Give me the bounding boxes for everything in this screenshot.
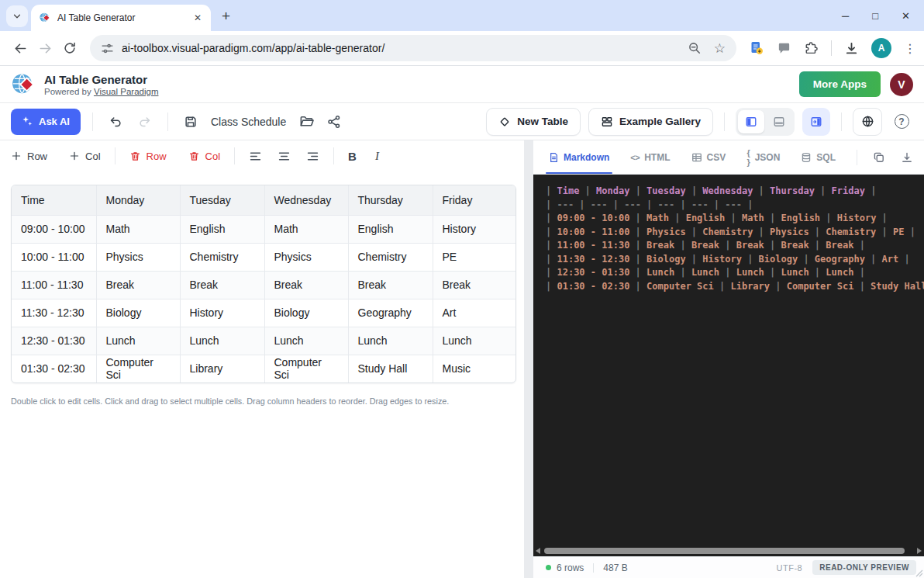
add-col-button[interactable]: Col: [69, 151, 101, 162]
site-settings-icon[interactable]: [101, 42, 114, 55]
italic-button[interactable]: I: [375, 150, 379, 163]
copy-icon[interactable]: [873, 151, 885, 164]
column-header[interactable]: Monday: [96, 185, 180, 215]
table-cell[interactable]: 12:30 - 01:30: [12, 327, 96, 355]
add-row-button[interactable]: Row: [11, 151, 47, 162]
table-cell[interactable]: History: [180, 299, 264, 327]
browser-tab[interactable]: AI Table Generator ✕: [31, 5, 211, 31]
chat-extension-icon[interactable]: [777, 41, 791, 56]
undo-button[interactable]: [105, 111, 126, 133]
table-cell[interactable]: Physics: [96, 243, 180, 271]
table-cell[interactable]: Computer Sci: [264, 355, 348, 382]
tab-sql[interactable]: SQL: [801, 140, 836, 174]
user-avatar[interactable]: V: [890, 73, 913, 96]
align-center-icon[interactable]: [278, 150, 291, 163]
column-header[interactable]: Wednesday: [264, 185, 348, 215]
tab-csv[interactable]: CSV: [691, 140, 726, 174]
table-cell[interactable]: Art: [433, 299, 516, 327]
table-cell[interactable]: Break: [180, 271, 264, 299]
reload-button[interactable]: [57, 36, 82, 61]
browser-profile-avatar[interactable]: A: [871, 38, 891, 58]
downloads-icon[interactable]: [844, 41, 859, 56]
table-cell[interactable]: 11:00 - 11:30: [12, 271, 96, 299]
table-cell[interactable]: Break: [264, 271, 348, 299]
tab-close-icon[interactable]: ✕: [191, 11, 205, 25]
table-cell[interactable]: Physics: [264, 243, 348, 271]
close-window-button[interactable]: ✕: [902, 10, 910, 22]
column-header[interactable]: Thursday: [348, 185, 433, 215]
tab-markdown[interactable]: Markdown: [549, 140, 609, 174]
new-table-button[interactable]: New Table: [486, 108, 581, 136]
table-cell[interactable]: Computer Sci: [96, 355, 180, 382]
table-cell[interactable]: Chemistry: [180, 243, 264, 271]
share-button[interactable]: [323, 111, 345, 133]
browser-menu-icon[interactable]: ⋮: [904, 41, 916, 56]
new-tab-button[interactable]: +: [222, 8, 230, 25]
table-cell[interactable]: English: [348, 215, 433, 243]
align-right-icon[interactable]: [306, 150, 319, 163]
table-cell[interactable]: Lunch: [96, 327, 180, 355]
delete-col-button[interactable]: Col: [188, 151, 221, 162]
split-vertical-button[interactable]: [738, 110, 764, 133]
table-cell[interactable]: Chemistry: [348, 243, 433, 271]
table-cell[interactable]: Library: [180, 355, 264, 382]
scroll-left-arrow[interactable]: [536, 548, 540, 554]
redo-button[interactable]: [134, 111, 156, 133]
table-cell[interactable]: 01:30 - 02:30: [12, 355, 96, 382]
table-cell[interactable]: Geography: [348, 299, 433, 327]
tab-html[interactable]: <> HTML: [630, 140, 670, 174]
table-cell[interactable]: Break: [348, 271, 433, 299]
column-header[interactable]: Tuesday: [180, 185, 264, 215]
panel-divider[interactable]: [524, 140, 533, 578]
zoom-icon[interactable]: [688, 41, 702, 55]
table-cell[interactable]: Math: [264, 215, 348, 243]
table-cell[interactable]: Lunch: [180, 327, 264, 355]
table-cell[interactable]: 09:00 - 10:00: [12, 215, 96, 243]
tab-search-button[interactable]: [6, 5, 28, 27]
table-cell[interactable]: History: [433, 215, 516, 243]
docs-extension-icon[interactable]: [749, 40, 764, 56]
document-title[interactable]: Class Schedule: [211, 116, 286, 128]
bold-button[interactable]: B: [348, 150, 357, 163]
url-bar[interactable]: ai-toolbox.visual-paradigm.com/app/ai-ta…: [90, 35, 736, 61]
table-cell[interactable]: English: [180, 215, 264, 243]
forward-button[interactable]: [33, 36, 57, 61]
resize-grip-icon[interactable]: [915, 569, 923, 577]
table-cell[interactable]: 11:30 - 12:30: [12, 299, 96, 327]
table-cell[interactable]: Music: [433, 355, 516, 382]
more-apps-button[interactable]: More Apps: [799, 71, 881, 97]
split-horizontal-button[interactable]: [766, 110, 792, 133]
table-cell[interactable]: Lunch: [264, 327, 348, 355]
column-header[interactable]: Friday: [433, 185, 516, 215]
table-cell[interactable]: PE: [433, 243, 516, 271]
table-cell[interactable]: Break: [433, 271, 516, 299]
table-cell[interactable]: Biology: [96, 299, 180, 327]
scroll-right-arrow[interactable]: [917, 548, 922, 554]
scrollbar-thumb[interactable]: [544, 548, 905, 554]
visual-paradigm-link[interactable]: Visual Paradigm: [94, 87, 159, 96]
back-button[interactable]: [8, 36, 33, 61]
table-cell[interactable]: Math: [96, 215, 180, 243]
bookmark-star-icon[interactable]: ☆: [714, 40, 726, 57]
maximize-button[interactable]: □: [872, 10, 878, 22]
ask-ai-button[interactable]: Ask AI: [11, 109, 81, 135]
table-cell[interactable]: Study Hall: [348, 355, 433, 382]
help-button[interactable]: ?: [890, 110, 913, 133]
save-button[interactable]: [180, 111, 202, 133]
download-icon[interactable]: [901, 151, 913, 164]
toggle-preview-panel-button[interactable]: [802, 108, 830, 136]
extensions-puzzle-icon[interactable]: [804, 41, 819, 56]
delete-row-button[interactable]: Row: [129, 151, 167, 162]
column-header[interactable]: Time: [12, 185, 96, 215]
table-cell[interactable]: Lunch: [433, 327, 516, 355]
table-cell[interactable]: Biology: [264, 299, 348, 327]
align-left-icon[interactable]: [249, 150, 262, 163]
table-cell[interactable]: Break: [96, 271, 180, 299]
open-file-button[interactable]: [295, 111, 317, 133]
example-gallery-button[interactable]: Example Gallery: [588, 108, 713, 136]
minimize-button[interactable]: ─: [842, 10, 849, 22]
table-cell[interactable]: Lunch: [348, 327, 433, 355]
language-button[interactable]: [853, 108, 882, 136]
tab-json[interactable]: { } JSON: [746, 140, 780, 174]
table-cell[interactable]: 10:00 - 11:00: [12, 243, 96, 271]
